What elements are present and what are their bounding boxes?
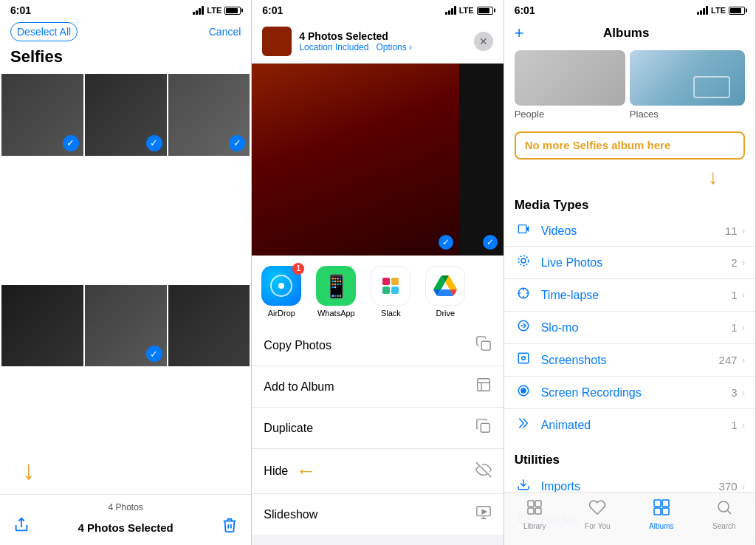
- album-title: Selfies: [0, 47, 251, 74]
- arrow-down-annotation-p3: ↓: [504, 165, 755, 189]
- hide-label: Hide: [264, 465, 288, 478]
- svg-point-29: [718, 501, 729, 512]
- status-icons-p1: LTE: [193, 6, 241, 15]
- app-whatsapp[interactable]: 📱 WhatsApp: [314, 266, 358, 318]
- preview-main-photo[interactable]: ✓: [252, 64, 458, 256]
- svg-rect-3: [481, 423, 489, 432]
- top-bar-p1: Deselect All Cancel: [0, 19, 251, 47]
- cancel-button[interactable]: Cancel: [209, 26, 241, 38]
- photo-cell[interactable]: ✓: [168, 74, 250, 156]
- copy-photos-action[interactable]: Copy Photos: [252, 325, 503, 366]
- svg-rect-2: [477, 379, 489, 391]
- timelapse-count: 1: [731, 289, 737, 301]
- svg-point-18: [521, 388, 526, 393]
- share-sheet-panel: 6:01 LTE 4 Photos Selected Location Incl…: [252, 0, 504, 545]
- arrow-down-annotation: ↓: [22, 455, 35, 486]
- chevron-icon: ›: [742, 257, 745, 268]
- share-apps-row: AirDrop 📱 WhatsApp Slack: [252, 256, 503, 325]
- timelapse-name: Time-lapse: [541, 289, 599, 302]
- people-label: People: [515, 109, 630, 120]
- hide-action[interactable]: Hide ←: [252, 449, 503, 494]
- media-type-livephotos[interactable]: Live Photos 2 ›: [504, 247, 755, 279]
- media-type-videos[interactable]: Videos 11 ›: [504, 216, 755, 247]
- media-type-screenshots[interactable]: Screenshots 247 ›: [504, 344, 755, 377]
- preview-secondary-photo[interactable]: ✓: [459, 64, 504, 256]
- hide-arrow-annotation: ←: [295, 459, 316, 483]
- slideshow-action[interactable]: Slideshow: [252, 494, 503, 535]
- svg-rect-23: [528, 508, 534, 514]
- photo-cell[interactable]: ✓: [85, 74, 167, 156]
- add-to-album-action[interactable]: Add to Album: [252, 366, 503, 408]
- time-p3: 6:01: [515, 4, 535, 16]
- media-type-slomo[interactable]: Slo-mo 1 ›: [504, 312, 755, 344]
- media-type-screen-recordings[interactable]: Screen Recordings 3 ›: [504, 377, 755, 409]
- deselect-all-button[interactable]: Deselect All: [10, 22, 78, 41]
- svg-rect-21: [528, 501, 534, 507]
- videos-count: 11: [725, 224, 738, 237]
- hide-icon: [475, 462, 492, 481]
- lte-p1: LTE: [207, 6, 221, 15]
- svg-rect-9: [518, 225, 526, 233]
- places-label: Places: [630, 109, 745, 120]
- animated-name: Animated: [541, 419, 591, 432]
- albums-title: Albums: [524, 26, 729, 41]
- svg-rect-28: [662, 508, 669, 515]
- app-airdrop[interactable]: AirDrop: [259, 266, 303, 318]
- photo-grid: ✓ ✓ ✓ ✓ ✓ ✓: [0, 74, 251, 494]
- duplicate-label: Duplicate: [264, 422, 313, 435]
- videos-name: Videos: [541, 224, 577, 238]
- add-to-album-label: Add to Album: [264, 380, 334, 394]
- photo-cell[interactable]: ✓: [1, 74, 83, 156]
- slack-icon: [371, 266, 410, 306]
- imports-name: Imports: [541, 480, 580, 493]
- add-album-button[interactable]: +: [515, 24, 524, 43]
- photo-cell[interactable]: ✓: [1, 285, 83, 367]
- albums-tab-icon: [653, 498, 670, 521]
- app-slack[interactable]: Slack: [368, 266, 413, 318]
- signal-p2: [445, 6, 456, 15]
- tab-search[interactable]: Search: [712, 498, 736, 530]
- share-title: 4 Photos Selected: [299, 30, 466, 42]
- photo-cell[interactable]: ✓: [85, 285, 167, 367]
- chevron-icon: ›: [742, 225, 745, 236]
- svg-rect-26: [662, 500, 669, 507]
- photo-cell[interactable]: ✓: [168, 285, 250, 367]
- battery-p1: [224, 7, 241, 15]
- selfies-panel: 6:01 LTE Deselect All Cancel Selfies ✓ ✓: [0, 0, 252, 545]
- app-whatsapp-label: WhatsApp: [317, 309, 355, 318]
- tab-for-you[interactable]: For You: [585, 498, 610, 530]
- status-bar-p2: 6:01 LTE: [252, 0, 503, 19]
- live-photos-name: Live Photos: [541, 256, 603, 270]
- animated-count: 1: [731, 419, 737, 431]
- svg-marker-8: [482, 510, 487, 514]
- share-subtitle: Location Included Options ›: [299, 42, 466, 52]
- albums-tab-label: Albums: [649, 522, 673, 530]
- slomo-icon: [515, 319, 532, 336]
- screenshots-icon: [515, 352, 532, 369]
- library-tab-icon: [526, 498, 543, 521]
- media-type-animated[interactable]: Animated 1 ›: [504, 409, 755, 441]
- close-share-button[interactable]: ✕: [474, 32, 493, 51]
- delete-button[interactable]: [221, 517, 238, 538]
- tab-albums[interactable]: Albums: [649, 498, 673, 530]
- timelapse-icon: [515, 287, 532, 304]
- preview-check-2: ✓: [483, 235, 498, 250]
- duplicate-action[interactable]: Duplicate: [252, 408, 503, 449]
- media-type-timelapse[interactable]: Time-lapse 1 ›: [504, 279, 755, 312]
- slideshow-icon: [475, 504, 492, 524]
- search-tab-icon: [715, 498, 733, 521]
- annotation-text: No more Selfies album here: [525, 139, 671, 151]
- duplicate-icon: [475, 418, 492, 438]
- tab-library[interactable]: Library: [523, 498, 546, 530]
- chevron-icon: ›: [742, 419, 745, 431]
- share-button[interactable]: [13, 517, 30, 538]
- screenshots-count: 247: [719, 354, 738, 366]
- svg-point-11: [521, 258, 526, 263]
- drive-icon: [425, 266, 465, 306]
- chevron-icon: ›: [742, 387, 745, 398]
- albums-scroll[interactable]: People Places No more Selfies album here…: [504, 50, 755, 545]
- airdrop-icon: [261, 266, 301, 306]
- app-drive[interactable]: Drive: [423, 266, 467, 318]
- screen-recordings-icon: [515, 384, 532, 401]
- app-slack-label: Slack: [381, 309, 401, 318]
